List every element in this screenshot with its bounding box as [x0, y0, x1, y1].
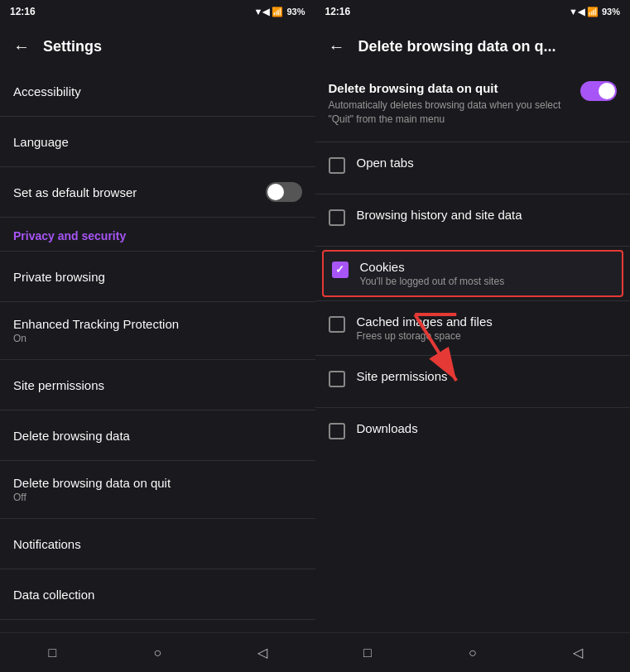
open-tabs-checkbox[interactable] — [329, 157, 345, 174]
right-page-title: Delete browsing data on q... — [358, 38, 556, 55]
checkbox-item-cookies[interactable]: Cookies You'll be logged out of most sit… — [322, 250, 624, 297]
right-divider-3 — [315, 246, 631, 247]
settings-item-enhanced-tracking[interactable]: Enhanced Tracking Protection On — [0, 305, 315, 356]
right-divider-5 — [315, 355, 631, 356]
checkbox-list: Open tabs Browsing history and site data… — [315, 146, 631, 632]
settings-item-language[interactable]: Language — [0, 120, 315, 163]
divider-3 — [0, 217, 315, 218]
advanced-section-label: Advanced — [0, 623, 315, 632]
right-divider-6 — [315, 407, 631, 408]
right-nav-circle-button[interactable]: ○ — [459, 640, 486, 666]
left-back-button[interactable]: ← — [13, 37, 30, 56]
right-divider-2 — [315, 194, 631, 194]
divider-9 — [0, 518, 315, 519]
open-tabs-text: Open tabs — [357, 156, 618, 170]
checkbox-item-cached-images[interactable]: Cached images and files Frees up storage… — [315, 305, 631, 352]
cached-images-checkbox[interactable] — [329, 316, 345, 333]
cached-images-text: Cached images and files Frees up storage… — [357, 314, 618, 342]
right-nav-square-button[interactable]: □ — [354, 640, 381, 666]
right-divider-4 — [315, 300, 631, 301]
left-time: 12:16 — [10, 6, 36, 17]
downloads-checkbox[interactable] — [329, 423, 345, 439]
cookies-checkbox[interactable] — [332, 262, 349, 278]
nav-triangle-button[interactable]: ◁ — [249, 640, 276, 666]
divider-4 — [0, 251, 315, 252]
settings-item-accessibility[interactable]: Accessibility — [0, 70, 315, 113]
checkbox-item-browsing-history[interactable]: Browsing history and site data — [315, 198, 631, 242]
right-battery-icon: ▼◀ 📶 — [569, 7, 599, 17]
delete-quit-toggle-knob — [599, 83, 615, 99]
checkbox-item-open-tabs[interactable]: Open tabs — [315, 146, 631, 190]
delete-quit-toggle-row: Delete browsing data on quit Automatical… — [329, 81, 618, 127]
divider-2 — [0, 166, 315, 167]
right-back-button[interactable]: ← — [329, 37, 345, 56]
toggle-knob — [267, 184, 284, 200]
right-header: ← Delete browsing data on q... — [315, 23, 631, 70]
right-nav-triangle-button[interactable]: ◁ — [565, 640, 591, 666]
checkbox-item-site-permissions[interactable]: Site permissions — [315, 359, 631, 404]
divider-1 — [0, 116, 315, 117]
divider-10 — [0, 569, 315, 569]
delete-quit-subtitle: Automatically deletes browsing data when… — [329, 98, 571, 127]
delete-on-quit-box: Delete browsing data on quit Automatical… — [315, 70, 631, 138]
settings-item-notifications[interactable]: Notifications — [0, 522, 315, 565]
default-browser-toggle[interactable] — [266, 182, 302, 202]
nav-circle-button[interactable]: ○ — [144, 640, 171, 666]
delete-quit-text: Delete browsing data on quit Automatical… — [329, 81, 581, 127]
browsing-history-text: Browsing history and site data — [357, 208, 618, 222]
divider-5 — [0, 301, 315, 302]
right-status-bar: 12:16 ▼◀ 📶 93% — [315, 0, 631, 23]
right-battery-percent: 93% — [602, 7, 620, 17]
right-panel: 12:16 ▼◀ 📶 93% ← Delete browsing data on… — [315, 0, 631, 672]
left-status-icons: ▼◀ 📶 93% — [254, 7, 305, 17]
left-panel: 12:16 ▼◀ 📶 93% ← Settings Accessibility … — [0, 0, 315, 672]
left-page-title: Settings — [43, 38, 102, 55]
settings-item-delete-browsing[interactable]: Delete browsing data — [0, 414, 315, 457]
left-header: ← Settings — [0, 23, 315, 70]
site-permissions-text: Site permissions — [357, 369, 618, 383]
battery-percent: 93% — [286, 7, 305, 17]
privacy-section-label: Privacy and security — [0, 221, 315, 247]
settings-item-delete-browsing-quit[interactable]: Delete browsing data on quit Off — [0, 464, 315, 515]
battery-icon: ▼◀ 📶 — [254, 7, 284, 17]
delete-quit-title: Delete browsing data on quit — [329, 81, 571, 95]
divider-7 — [0, 410, 315, 410]
delete-quit-toggle[interactable] — [580, 81, 617, 101]
left-status-bar: 12:16 ▼◀ 📶 93% — [0, 0, 315, 23]
browsing-history-checkbox[interactable] — [329, 209, 345, 226]
right-nav-bar: □ ○ ◁ — [315, 632, 631, 672]
left-nav-bar: □ ○ ◁ — [0, 632, 315, 672]
right-divider-1 — [315, 142, 631, 142]
site-permissions-checkbox[interactable] — [329, 371, 345, 387]
downloads-text: Downloads — [357, 421, 618, 435]
settings-list: Accessibility Language Set as default br… — [0, 70, 315, 632]
settings-item-default-browser[interactable]: Set as default browser — [0, 170, 315, 214]
settings-item-data-collection[interactable]: Data collection — [0, 573, 315, 616]
cookies-text: Cookies You'll be logged out of most sit… — [360, 260, 614, 287]
divider-8 — [0, 460, 315, 461]
right-time: 12:16 — [325, 6, 351, 17]
settings-item-private-browsing[interactable]: Private browsing — [0, 255, 315, 298]
right-status-icons: ▼◀ 📶 93% — [569, 7, 620, 17]
divider-11 — [0, 619, 315, 620]
divider-6 — [0, 359, 315, 360]
nav-square-button[interactable]: □ — [39, 640, 65, 666]
checkbox-item-downloads[interactable]: Downloads — [315, 411, 631, 456]
settings-item-site-permissions[interactable]: Site permissions — [0, 363, 315, 406]
